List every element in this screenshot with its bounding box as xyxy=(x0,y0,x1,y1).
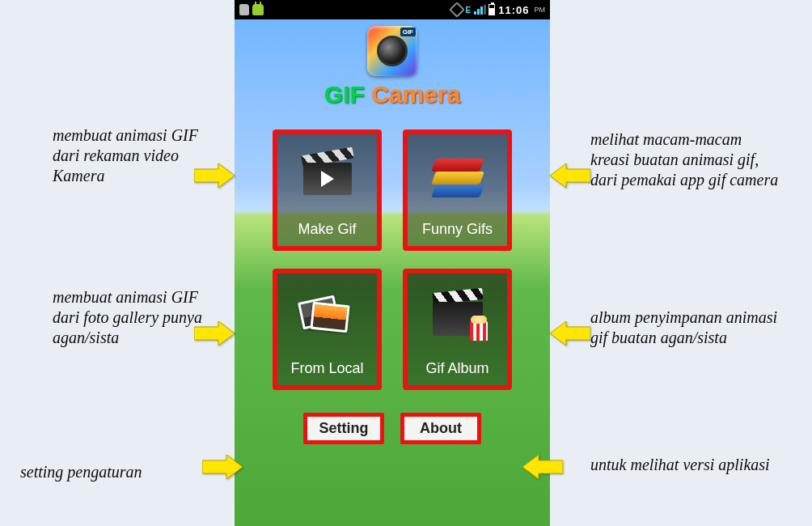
android-icon xyxy=(252,4,264,15)
tile-funny-gifs-label: Funny Gifs xyxy=(422,221,493,238)
tile-gif-album[interactable]: Gif Album xyxy=(403,269,512,390)
arrow-right-icon xyxy=(522,453,563,481)
clapper-play-icon xyxy=(303,134,352,221)
app-title-camera: Camera xyxy=(365,81,460,108)
tile-funny-gifs[interactable]: Funny Gifs xyxy=(403,129,512,251)
tile-from-local[interactable]: From Local xyxy=(273,269,382,390)
arrow-left-icon xyxy=(194,320,235,347)
status-time: 11:06 xyxy=(498,4,529,16)
signal-icon xyxy=(474,5,485,15)
arrow-right-icon xyxy=(550,162,590,189)
tile-grid: Make Gif Funny Gifs From Local Gif Album xyxy=(273,129,512,390)
bottom-bar: Setting About xyxy=(303,413,481,444)
album-icon xyxy=(433,274,483,360)
tile-from-local-label: From Local xyxy=(290,360,363,377)
status-ampm: PM xyxy=(535,6,546,14)
annotation-gif-album: album penyimpanan animasi gif buatan aga… xyxy=(590,308,785,348)
app-logo-badge: GIF xyxy=(400,28,416,36)
status-bar: E 11:06PM xyxy=(235,0,550,19)
photos-icon xyxy=(303,274,352,360)
phone-body: GIF GIF Camera Make Gif Funny Gifs xyxy=(235,19,550,526)
rotate-icon xyxy=(449,2,465,18)
annotation-funny-gifs: melihat macam-macam kreasi buatan animas… xyxy=(590,129,785,190)
tile-gif-album-label: Gif Album xyxy=(425,360,488,377)
arrow-right-icon xyxy=(550,320,590,347)
about-button[interactable]: About xyxy=(400,413,481,444)
annotation-about: untuk melihat versi aplikasi xyxy=(590,455,785,475)
annotation-from-local: membuat animasi GIF dari foto gallery pu… xyxy=(53,287,214,348)
phone-frame: E 11:06PM GIF GIF Camera Make Gif xyxy=(235,0,550,526)
ribbons-icon xyxy=(433,134,482,221)
app-title-gif: GIF xyxy=(324,81,365,108)
app-logo-icon: GIF xyxy=(367,26,417,76)
battery-icon xyxy=(488,4,495,15)
annotation-make-gif: membuat animasi GIF dari rekaman video K… xyxy=(53,125,214,186)
sdcard-icon xyxy=(239,4,249,15)
app-title: GIF Camera xyxy=(324,81,460,108)
arrow-left-icon xyxy=(202,453,243,481)
setting-button[interactable]: Setting xyxy=(303,413,384,444)
network-e-icon: E xyxy=(466,6,472,15)
arrow-left-icon xyxy=(194,162,235,189)
setting-button-label: Setting xyxy=(319,420,369,436)
annotation-setting: setting pengaturan xyxy=(20,462,206,482)
tile-make-gif[interactable]: Make Gif xyxy=(273,129,382,251)
about-button-label: About xyxy=(420,420,462,436)
tile-make-gif-label: Make Gif xyxy=(298,221,356,238)
